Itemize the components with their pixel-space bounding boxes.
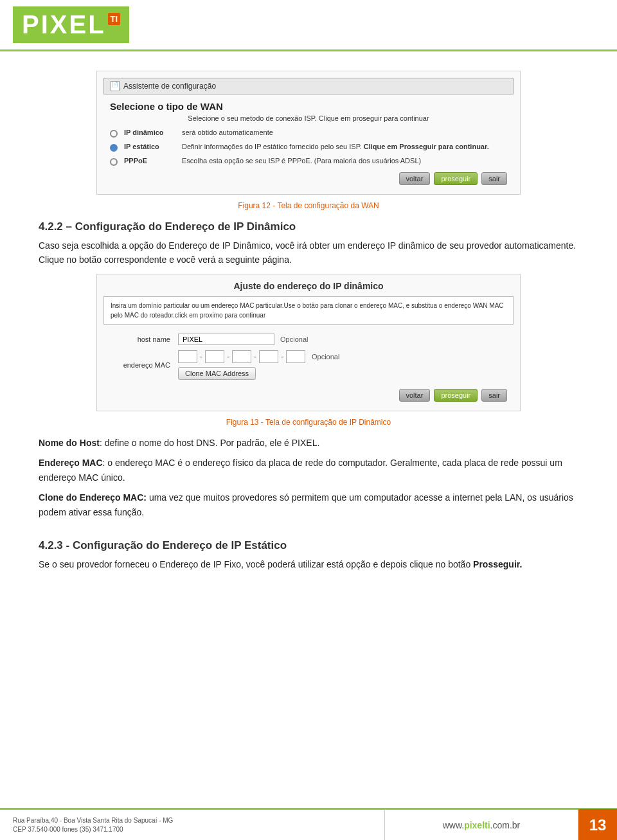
radio-static[interactable] bbox=[110, 144, 118, 152]
fig13-caption: Figura 13 - Tela de configuração de IP D… bbox=[39, 418, 578, 427]
dynamic-next-button[interactable]: proseguir bbox=[434, 389, 478, 402]
option-label-static: IP estático bbox=[124, 143, 175, 150]
mac-note-label: Endereço MAC bbox=[39, 458, 103, 468]
footer-url-brand: pixelti bbox=[464, 820, 490, 830]
logo-text: PIXEL bbox=[22, 10, 106, 39]
mac-note: Endereço MAC: o endereço MAC é o endereç… bbox=[39, 456, 578, 485]
mac-optional: Opcional bbox=[312, 353, 339, 361]
option-desc-dynamic: será obtido automaticamente bbox=[182, 129, 507, 136]
section-423-heading: 4.2.3 - Configuração do Endereço de IP E… bbox=[39, 539, 578, 552]
body-sections: Nome do Host: define o nome do host DNS.… bbox=[39, 436, 578, 520]
footer-url: www.pixelti.com.br bbox=[385, 816, 578, 834]
dynamic-back-button[interactable]: voltar bbox=[399, 389, 431, 402]
section-422-text: Caso seja escolhida a opção do Endereço … bbox=[39, 238, 578, 267]
page-header: PIXEL TI bbox=[0, 0, 617, 51]
footer-address-line1: Rua Paraíba,40 - Boa Vista Santa Rita do… bbox=[13, 816, 371, 825]
wan-heading: Selecione o tipo de WAN bbox=[110, 101, 514, 112]
dynamic-ip-desc: Insira um domínio particular ou um ender… bbox=[103, 296, 514, 325]
hostname-note: Nome do Host: define o nome do host DNS.… bbox=[39, 436, 578, 451]
footer-page-number: 13 bbox=[578, 809, 617, 841]
footer-address-line2: CEP 37.540-000 fones (35) 3471.1700 bbox=[13, 825, 371, 834]
radio-dynamic[interactable] bbox=[110, 130, 118, 138]
mac-note-text: : o endereço MAC é o endereço físico da … bbox=[39, 458, 562, 483]
section-423-text-bold: Prosseguir. bbox=[473, 559, 522, 569]
dynamic-ip-heading: Ajuste do endereço do IP dinâmico bbox=[103, 281, 514, 291]
wan-next-button[interactable]: proseguir bbox=[434, 172, 478, 185]
section-423: 4.2.3 - Configuração do Endereço de IP E… bbox=[39, 539, 578, 571]
main-content: 📄 Assistente de configuração Selecione o… bbox=[0, 51, 617, 630]
wan-title-bar: 📄 Assistente de configuração bbox=[103, 78, 514, 94]
hostname-input[interactable] bbox=[178, 334, 274, 345]
footer-url-text: www.pixelti.com.br bbox=[443, 820, 521, 830]
mac-field-3[interactable] bbox=[232, 350, 251, 363]
mac-sep-4: - bbox=[281, 352, 283, 361]
mac-field-4[interactable] bbox=[259, 350, 278, 363]
wan-options: IP dinâmico será obtido automaticamente … bbox=[110, 129, 507, 166]
wan-title-text: Assistente de configuração bbox=[123, 82, 216, 91]
footer-url-suffix: .com.br bbox=[490, 820, 521, 830]
dynamic-ip-buttons: voltar proseguir sair bbox=[103, 389, 507, 402]
dynamic-ip-form: host name Opcional endereço MAC - - - bbox=[103, 331, 514, 382]
clone-note-label: Clone do Endereço MAC: bbox=[39, 492, 147, 503]
wan-exit-button[interactable]: sair bbox=[481, 172, 507, 185]
clone-mac-button[interactable]: Clone MAC Address bbox=[178, 367, 256, 380]
wan-subtitle: Selecione o seu metodo de conexão ISP. C… bbox=[110, 114, 507, 122]
wan-buttons: voltar proseguir sair bbox=[103, 172, 507, 185]
fig12-caption: Figura 12 - Tela de configuração da WAN bbox=[39, 201, 578, 210]
hostname-label: host name bbox=[103, 331, 174, 348]
mac-value-cell: - - - - Opcional Clone MAC Address bbox=[174, 348, 514, 382]
clone-note: Clone do Endereço MAC: uma vez que muito… bbox=[39, 490, 578, 520]
hostname-note-text: : define o nome do host DNS. Por padrão,… bbox=[100, 438, 319, 448]
logo: PIXEL TI bbox=[13, 6, 129, 43]
mac-field-5[interactable] bbox=[286, 350, 305, 363]
footer-address: Rua Paraíba,40 - Boa Vista Santa Rita do… bbox=[0, 812, 384, 838]
mac-field-1[interactable] bbox=[178, 350, 197, 363]
option-label-dynamic: IP dinâmico bbox=[124, 129, 175, 136]
option-desc-static: Definir informações do IP estático forne… bbox=[182, 143, 507, 150]
mac-sep-2: - bbox=[227, 352, 229, 361]
section-423-text: Se o seu provedor forneceu o Endereço de… bbox=[39, 557, 578, 571]
mac-sep-1: - bbox=[200, 352, 202, 361]
mac-fields: - - - - Opcional bbox=[178, 350, 510, 363]
section-422-heading: 4.2.2 – Configuração do Endereço de IP D… bbox=[39, 220, 578, 233]
footer-url-prefix: www. bbox=[443, 820, 464, 830]
hostname-note-label: Nome do Host bbox=[39, 438, 100, 448]
doc-icon: 📄 bbox=[111, 81, 120, 91]
wan-option-pppoe: PPPoE Escolha esta opção se seu ISP é PP… bbox=[110, 157, 507, 166]
logo-badge: TI bbox=[108, 13, 121, 25]
mac-label: endereço MAC bbox=[103, 348, 174, 382]
wan-option-static: IP estático Definir informações do IP es… bbox=[110, 143, 507, 152]
mac-row: endereço MAC - - - - Opcional bbox=[103, 348, 514, 382]
mac-sep-3: - bbox=[254, 352, 256, 361]
hostname-optional: Opcional bbox=[280, 335, 308, 343]
wan-option-dynamic: IP dinâmico será obtido automaticamente bbox=[110, 129, 507, 138]
dynamic-exit-button[interactable]: sair bbox=[481, 389, 507, 402]
section-423-text-prefix: Se o seu provedor forneceu o Endereço de… bbox=[39, 559, 473, 569]
mac-field-2[interactable] bbox=[205, 350, 224, 363]
hostname-row: host name Opcional bbox=[103, 331, 514, 348]
page-footer: Rua Paraíba,40 - Boa Vista Santa Rita do… bbox=[0, 808, 617, 840]
wan-back-button[interactable]: voltar bbox=[399, 172, 431, 185]
option-label-pppoe: PPPoE bbox=[124, 157, 175, 165]
hostname-value-cell: Opcional bbox=[174, 331, 514, 348]
radio-pppoe[interactable] bbox=[110, 158, 118, 166]
dynamic-ip-box: Ajuste do endereço do IP dinâmico Insira… bbox=[96, 274, 521, 411]
wan-screenshot-box: 📄 Assistente de configuração Selecione o… bbox=[96, 71, 521, 195]
option-desc-pppoe: Escolha esta opção se seu ISP é PPPoE. (… bbox=[182, 157, 507, 165]
